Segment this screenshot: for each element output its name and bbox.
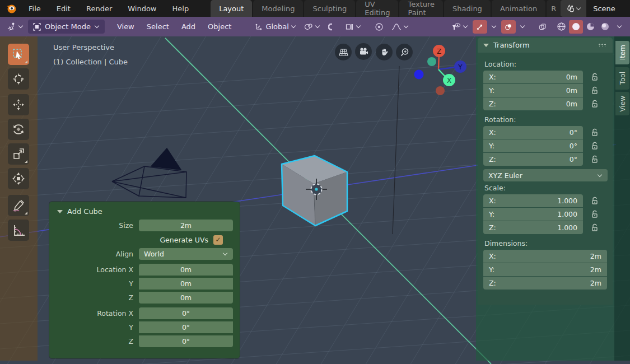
menu-object[interactable]: Object [202, 20, 237, 34]
gizmo-x-ball[interactable]: X [443, 74, 455, 86]
dim-x-field[interactable]: X: 2m [483, 250, 607, 263]
snap-toggle-button[interactable] [325, 20, 340, 34]
shading-solid-button[interactable] [569, 20, 583, 34]
lock-location-y[interactable] [591, 86, 599, 95]
proportional-falloff-dropdown[interactable] [388, 20, 412, 34]
transform-panel-header[interactable]: Transform [478, 38, 613, 53]
tab-shading[interactable]: Shading [444, 0, 491, 17]
mode-selector[interactable]: Object Mode [28, 20, 105, 34]
gizmo-y-ball[interactable]: Y [454, 60, 466, 73]
snap-target-dropdown[interactable] [342, 20, 365, 34]
blender-logo-icon[interactable] [6, 3, 17, 14]
tool-cursor[interactable] [8, 68, 29, 90]
location-y-label: Y [49, 279, 139, 288]
shading-wireframe-button[interactable] [554, 20, 568, 34]
sidebar-tab-tool[interactable]: Tool [615, 67, 629, 90]
orientation-label: Global [265, 22, 288, 31]
tab-modeling[interactable]: Modeling [253, 0, 303, 17]
proportional-editing-toggle[interactable] [371, 20, 387, 34]
align-dropdown[interactable]: World [139, 248, 233, 260]
3d-viewport[interactable]: User Perspective (1) Collection | Cube [0, 36, 630, 364]
rot-x-field[interactable]: X: 0° [483, 126, 583, 139]
rotation-y-field[interactable]: 0° [139, 321, 233, 333]
gizmo-dropdown[interactable] [488, 20, 500, 34]
gizmo-z-ball[interactable]: Z [433, 45, 445, 57]
lock-scale-y[interactable] [591, 210, 599, 218]
menu-view[interactable]: View [111, 20, 140, 34]
menu-render[interactable]: Render [79, 4, 119, 13]
overlays-toggle[interactable] [501, 20, 516, 34]
size-field[interactable]: 2m [139, 220, 233, 231]
overlays-dropdown[interactable] [517, 20, 529, 34]
toggle-grid-button[interactable] [335, 44, 352, 60]
tab-animation[interactable]: Animation [492, 0, 545, 17]
scene-browse-button[interactable] [561, 0, 586, 17]
lock-rotation-z[interactable] [591, 155, 599, 164]
shading-material-button[interactable] [584, 20, 598, 34]
menu-add[interactable]: Add [176, 20, 201, 34]
lock-location-z[interactable] [591, 100, 599, 108]
menu-edit[interactable]: Edit [49, 4, 78, 13]
pivot-point-dropdown[interactable] [301, 20, 324, 34]
sidebar-tab-view[interactable]: View [615, 92, 629, 115]
tool-transform[interactable] [8, 168, 29, 189]
rotation-x-field[interactable]: 0° [139, 307, 233, 319]
gizmo-negative-z-ball[interactable] [436, 86, 445, 95]
menu-file[interactable]: File [21, 4, 48, 13]
tab-layout[interactable]: Layout [211, 0, 252, 17]
annotate-pencil-icon [12, 199, 25, 212]
axis-label: X: [489, 252, 496, 260]
lock-scale-z[interactable] [591, 223, 599, 232]
tab-texture-paint[interactable]: Texture Paint [399, 0, 443, 17]
navigation-gizmo[interactable]: Z Y X [412, 43, 470, 99]
lock-location-x[interactable] [591, 73, 599, 81]
scale-x-field[interactable]: X: 1.000 [483, 194, 583, 207]
scale-z-field[interactable]: Z: 1.000 [483, 221, 583, 234]
scene-name-field[interactable]: Scene [586, 0, 630, 17]
location-z-field[interactable]: 0m [139, 292, 233, 304]
pan-view-button[interactable] [376, 44, 393, 60]
tool-annotate[interactable] [8, 195, 29, 216]
zoom-view-button[interactable] [396, 44, 413, 60]
gizmo-negative-y-ball[interactable] [414, 70, 424, 80]
loc-z-field[interactable]: Z: 0m [483, 97, 583, 110]
location-y-field[interactable]: 0m [139, 278, 233, 290]
dim-y-field[interactable]: Y: 2m [483, 263, 607, 276]
editor-type-button[interactable] [3, 20, 27, 34]
menu-window[interactable]: Window [120, 4, 164, 13]
loc-x-field[interactable]: X: 0m [483, 71, 583, 83]
lock-rotation-y[interactable] [591, 142, 599, 150]
operator-panel-header[interactable]: Add Cube [49, 202, 240, 219]
dim-z-field[interactable]: Z: 2m [483, 277, 607, 290]
sidebar-tab-item[interactable]: Item [615, 41, 629, 64]
scale-y-field[interactable]: Y: 1.000 [483, 208, 583, 221]
camera-view-button[interactable] [355, 43, 372, 60]
shading-dropdown[interactable] [613, 20, 627, 34]
rot-z-field[interactable]: Z: 0° [483, 153, 583, 166]
generate-uvs-checkbox[interactable]: ✓ [213, 235, 223, 245]
rotation-mode-dropdown[interactable]: XYZ Euler [483, 169, 608, 181]
loc-y-field[interactable]: Y: 0m [483, 84, 583, 97]
gizmo-move-toggle[interactable] [473, 20, 487, 34]
shading-rendered-button[interactable] [598, 20, 612, 34]
tab-rendering-truncated[interactable]: R [547, 0, 561, 17]
rotation-z-field[interactable]: 0° [139, 335, 233, 347]
tool-rotate[interactable] [8, 119, 29, 140]
lock-rotation-x[interactable] [591, 128, 599, 137]
lock-scale-x[interactable] [591, 197, 599, 205]
xray-toggle[interactable] [535, 20, 550, 34]
tab-uv-editing[interactable]: UV Editing [356, 0, 398, 17]
tool-move[interactable] [8, 94, 29, 115]
tool-scale[interactable] [8, 143, 29, 165]
tab-sculpting[interactable]: Sculpting [304, 0, 355, 17]
tool-measure[interactable] [8, 220, 29, 241]
tool-select-box[interactable] [8, 44, 29, 65]
rot-y-field[interactable]: Y: 0° [483, 139, 583, 152]
gizmo-negative-x-ball[interactable] [427, 57, 436, 66]
show-gizmo-dropdown[interactable] [448, 20, 472, 34]
transform-orientation-dropdown[interactable]: Global [251, 20, 299, 34]
menu-help[interactable]: Help [165, 4, 197, 13]
location-x-field[interactable]: 0m [139, 264, 233, 276]
menu-select[interactable]: Select [141, 20, 175, 34]
panel-grip-icon[interactable] [598, 43, 607, 47]
